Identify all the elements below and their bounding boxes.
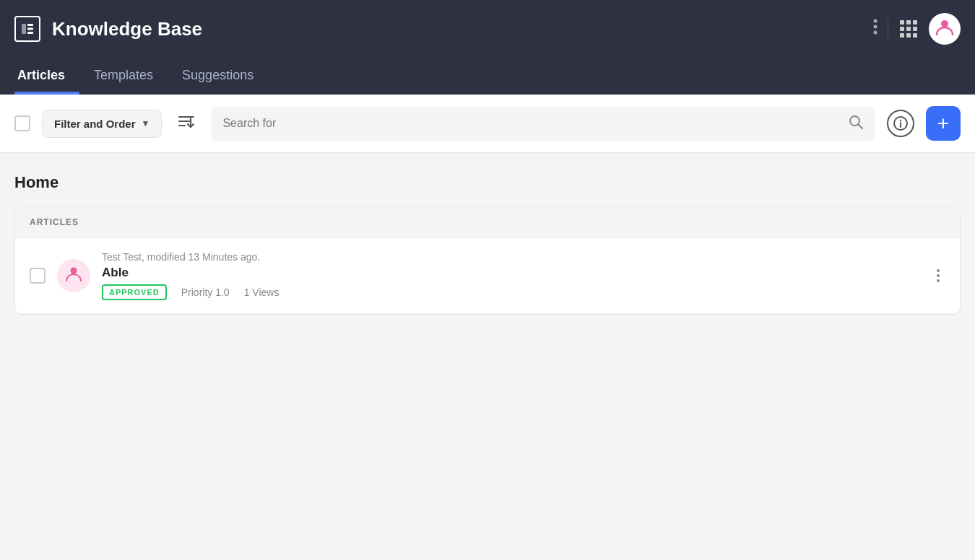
svg-rect-1 [27,24,33,26]
svg-rect-0 [22,24,26,34]
row-checkbox[interactable] [30,268,46,284]
svg-rect-3 [27,32,33,34]
grid-icon[interactable] [898,19,919,39]
svg-line-13 [859,124,863,128]
filter-order-button[interactable]: Filter and Order ▼ [42,110,162,138]
svg-rect-2 [27,28,33,30]
select-all-checkbox[interactable] [14,115,30,131]
tab-bar: Articles Templates Suggestions [0,58,975,95]
svg-point-5 [874,25,878,29]
search-input[interactable] [222,117,841,130]
articles-section-header: ARTICLES [15,207,960,238]
table-row: Test Test, modified 13 Minutes ago. Able… [15,238,960,314]
section-home-title: Home [14,173,961,192]
user-avatar[interactable] [929,13,961,45]
add-button[interactable]: + [926,106,961,141]
search-icon [848,114,864,134]
svg-point-4 [874,19,878,23]
avatar-icon [935,17,954,40]
nav-left: Knowledge Base [14,16,202,42]
article-tags: APPROVED Priority 1.0 1 Views [102,284,919,300]
sort-icon[interactable] [173,108,199,139]
user-icon [65,265,82,286]
sidebar-toggle[interactable] [14,16,40,42]
status-badge: APPROVED [102,284,167,300]
article-views: 1 Views [244,286,280,298]
main-content: Home ARTICLES Test Test, modified 13 Min… [0,153,975,315]
article-info: Test Test, modified 13 Minutes ago. Able… [102,251,919,300]
svg-point-6 [874,31,878,35]
article-meta: Test Test, modified 13 Minutes ago. [102,251,919,263]
app-title: Knowledge Base [52,18,202,40]
avatar [57,259,90,292]
svg-point-16 [900,120,901,121]
articles-section: ARTICLES Test Test, modified 13 Minutes … [14,206,961,315]
top-nav: Knowledge Base [0,0,975,58]
article-title[interactable]: Able [102,266,919,280]
svg-point-17 [71,268,77,274]
more-options-icon[interactable] [873,19,878,39]
article-priority: Priority 1.0 [181,286,230,298]
nav-right [873,13,961,45]
chevron-down-icon: ▼ [142,118,150,128]
tab-templates[interactable]: Templates [79,58,168,95]
svg-point-7 [941,20,948,27]
nav-divider [888,19,888,39]
search-bar [211,107,875,141]
tab-suggestions[interactable]: Suggestions [168,58,268,95]
toolbar: Filter and Order ▼ + [0,95,975,153]
row-more-button[interactable] [931,266,945,285]
info-button[interactable] [887,110,914,137]
tab-articles[interactable]: Articles [14,58,79,95]
